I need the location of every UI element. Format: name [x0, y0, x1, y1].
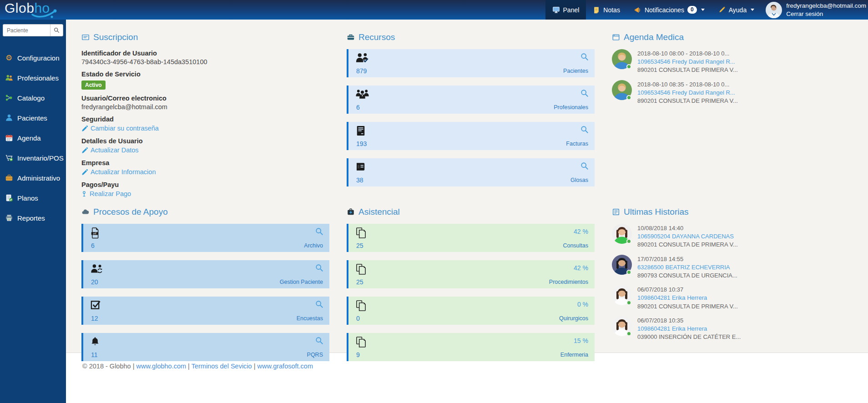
sidebar-item-planos[interactable]: Planos — [0, 188, 66, 208]
entry-patient-link[interactable]: 63286500 BEATRIZ ECHEVERRIA — [637, 263, 737, 272]
caret-down-icon — [701, 9, 705, 11]
patient-check-icon — [356, 52, 369, 66]
card-gestion-paciente[interactable]: 20 Gestion Paciente — [81, 260, 329, 288]
nav-panel[interactable]: Panel — [545, 0, 586, 20]
sidebar-item-agenda[interactable]: Agenda — [0, 128, 66, 148]
sidebar-item-catalogo[interactable]: Catalogo — [0, 88, 66, 108]
magnifier-icon[interactable] — [580, 53, 589, 63]
email-value: fredyrangelcba@hotmail.com — [81, 103, 329, 111]
pencil-icon — [81, 126, 88, 132]
agenda-entry[interactable]: 2018-08-10 08:00 - 2018-08-10 0... 10965… — [612, 49, 855, 75]
history-entry[interactable]: 10/08/2018 14:40 1065905204 DAYANNA CARD… — [612, 224, 855, 249]
copyright-text: © 2018 - Globho — [82, 363, 131, 370]
footer-separator: | — [254, 363, 256, 370]
search-icon — [54, 27, 60, 33]
card-label: Glosas — [570, 177, 588, 183]
sidebar-item-label: Reportes — [17, 214, 45, 222]
card-glosas[interactable]: 38 Glosas — [347, 158, 595, 186]
magnifier-icon[interactable] — [580, 162, 589, 172]
card-percent: 42 % — [574, 228, 588, 235]
sidebar-item-configuracion[interactable]: ⚙ Configuracion — [0, 48, 66, 68]
card-archivo[interactable]: pdf 6 Archivo — [81, 224, 329, 252]
card-pacientes[interactable]: 879 Pacientes — [347, 49, 595, 77]
update-data-link[interactable]: Actualizar Datos — [81, 146, 329, 155]
entry-patient-link[interactable]: 1096534546 Fredy David Rangel R... — [637, 89, 738, 97]
magnifier-icon[interactable] — [315, 337, 323, 347]
card-label: Gestion Paciente — [280, 279, 323, 285]
card-pqrs[interactable]: 11 PQRS — [81, 333, 329, 361]
resources-icon — [347, 33, 355, 41]
patient-sync-icon — [91, 263, 103, 276]
terms-link[interactable]: Terminos del Sevicio — [192, 363, 252, 370]
card-facturas[interactable]: 193 Facturas — [347, 122, 595, 150]
card-count: 0 — [356, 315, 360, 322]
cart-icon — [5, 154, 13, 162]
agenda-entry[interactable]: 2018-08-10 08:35 - 2018-08-10 0... 10965… — [612, 80, 855, 106]
sidebar-item-administrativo[interactable]: Administrativo — [0, 168, 66, 188]
magnifier-icon[interactable] — [580, 89, 589, 99]
entry-detail: 039000 INSERCIÓN DE CATÉTER E... — [637, 333, 741, 341]
card-profesionales[interactable]: 6 Profesionales — [347, 86, 595, 114]
gloss-card-icon — [356, 161, 367, 174]
nav-notas[interactable]: Notas — [586, 0, 627, 20]
globho-link[interactable]: www.globho.com — [136, 363, 186, 370]
card-count: 9 — [356, 351, 360, 358]
people-group-icon — [356, 89, 369, 101]
section-title: Agenda Medica — [624, 32, 684, 42]
change-password-link[interactable]: Cambiar su contraseña — [81, 124, 329, 133]
update-company-link[interactable]: Actualizar Informacion — [81, 167, 329, 177]
entry-patient-link[interactable]: 1096534546 Fredy David Rangel R... — [637, 58, 738, 66]
pages-icon — [356, 263, 366, 277]
user-menu[interactable]: fredyrangelcba@hotmail.com Cerrar sesión — [761, 0, 868, 20]
sidebar-item-inventario-pos[interactable]: Inventario/POS — [0, 148, 66, 168]
card-enfermeria[interactable]: 9 15 % Enfermeria — [347, 333, 595, 361]
entry-patient-link[interactable]: 1098604281 Erika Herrera — [637, 325, 741, 333]
professionals-icon — [5, 74, 13, 82]
nav-ayuda[interactable]: Ayuda — [712, 0, 761, 20]
logo[interactable]: Globho — [5, 0, 50, 16]
calendar-icon — [5, 134, 13, 142]
card-count: 879 — [356, 67, 367, 75]
pencil-icon — [81, 169, 88, 176]
magnifier-icon[interactable] — [315, 227, 323, 237]
card-label: PQRS — [307, 352, 323, 358]
svg-text:pdf: pdf — [93, 232, 96, 235]
sidebar-item-reportes[interactable]: Reportes — [0, 208, 66, 228]
card-count: 38 — [356, 176, 363, 184]
magnifier-icon[interactable] — [580, 126, 589, 136]
history-entry[interactable]: 06/07/2018 10:35 1098604281 Erika Herrer… — [612, 316, 855, 342]
logout-link[interactable]: Cerrar sesión — [786, 10, 866, 18]
make-payment-link[interactable]: Realizar Pago — [81, 189, 329, 199]
card-consultas[interactable]: 25 42 % Consultas — [347, 224, 595, 252]
entry-detail: 890201 CONSULTA DE PRIMERA V... — [637, 302, 738, 311]
card-procedimientos[interactable]: 25 42 % Procedimientos — [347, 260, 595, 288]
card-encuestas[interactable]: 12 Encuestas — [81, 297, 329, 325]
sidebar-item-label: Pacientes — [17, 114, 47, 122]
nav-notificaciones[interactable]: Notificaciones 0 — [627, 0, 712, 20]
online-status-dot — [626, 95, 631, 100]
magnifier-icon[interactable] — [315, 300, 323, 310]
entry-patient-link[interactable]: 1098604281 Erika Herrera — [637, 294, 738, 302]
entry-time: 06/07/2018 10:37 — [637, 286, 738, 294]
pages-icon — [356, 336, 366, 349]
sidebar-item-label: Catalogo — [17, 94, 45, 102]
grafosoft-link[interactable]: www.grafosoft.com — [257, 363, 313, 370]
agenda-window-icon — [612, 33, 620, 41]
nav-ayuda-label: Ayuda — [729, 6, 747, 14]
history-entry[interactable]: 06/07/2018 10:37 1098604281 Erika Herrer… — [612, 285, 855, 311]
card-label: Profesionales — [554, 104, 588, 111]
magnifier-icon[interactable] — [315, 264, 323, 274]
patient-search-input[interactable] — [3, 24, 50, 36]
search-button[interactable] — [50, 24, 63, 36]
entry-patient-link[interactable]: 1065905204 DAYANNA CARDENAS — [637, 232, 738, 241]
history-book-icon — [612, 208, 620, 216]
sidebar-item-profesionales[interactable]: Profesionales — [0, 68, 66, 88]
card-count: 20 — [91, 278, 98, 286]
main-area: Suscripcion Identificador de Usuario 794… — [66, 20, 868, 403]
card-quirurgicos[interactable]: 0 0 % Quirurgicos — [347, 297, 595, 325]
card-count: 25 — [356, 242, 363, 249]
history-entry[interactable]: 17/07/2018 14:55 63286500 BEATRIZ ECHEVE… — [612, 255, 855, 280]
sidebar-item-pacientes[interactable]: Pacientes — [0, 108, 66, 128]
section-procesos-apoyo: Procesos de Apoyo pdf 6 Archivo 20 Gesti… — [81, 207, 329, 369]
sidebar-item-label: Planos — [17, 194, 38, 202]
